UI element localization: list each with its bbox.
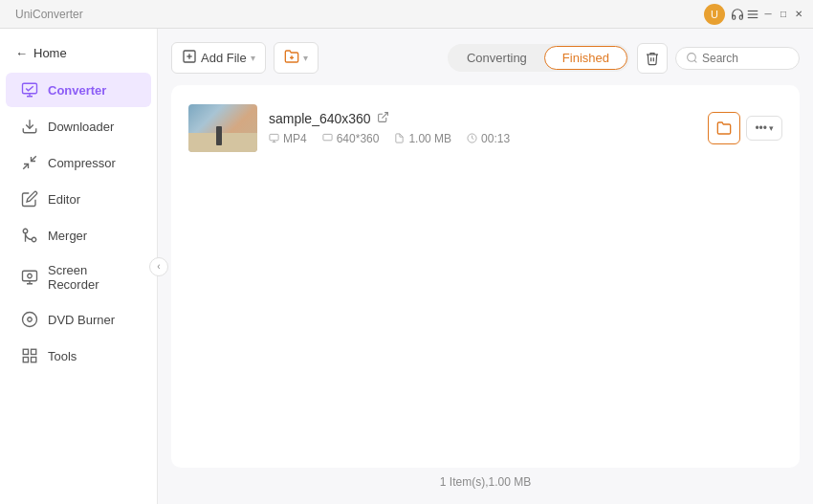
svg-line-23 bbox=[694, 60, 696, 62]
more-actions-button[interactable]: ••• ▾ bbox=[746, 116, 782, 141]
add-file-icon bbox=[182, 49, 197, 67]
sidebar-item-compressor[interactable]: Compressor bbox=[6, 145, 151, 180]
file-actions: ••• ▾ bbox=[708, 112, 782, 144]
search-input[interactable] bbox=[702, 52, 788, 65]
size-icon bbox=[394, 133, 405, 145]
svg-rect-25 bbox=[270, 134, 278, 140]
svg-line-5 bbox=[23, 164, 28, 169]
status-label: 1 Item(s),1.00 MB bbox=[440, 475, 531, 489]
back-arrow-icon: ← bbox=[15, 46, 28, 60]
add-folder-dropdown-icon: ▾ bbox=[303, 53, 308, 63]
merger-icon bbox=[21, 227, 38, 244]
content-area: sample_640x360 MP4 bbox=[171, 85, 800, 468]
svg-rect-13 bbox=[23, 349, 28, 354]
sidebar-item-editor[interactable]: Editor bbox=[6, 182, 151, 216]
svg-rect-16 bbox=[23, 358, 28, 362]
titlebar: UniConverter U ─ □ ✕ bbox=[0, 0, 813, 29]
svg-point-7 bbox=[32, 237, 36, 242]
svg-rect-14 bbox=[32, 349, 36, 354]
duration-icon bbox=[467, 133, 477, 145]
file-format: MP4 bbox=[283, 132, 307, 145]
sidebar-item-tools[interactable]: Tools bbox=[6, 339, 151, 373]
compressor-icon bbox=[21, 154, 38, 171]
file-name-row: sample_640x360 bbox=[269, 111, 696, 126]
tab-area: Converting Finished bbox=[448, 44, 629, 72]
file-item: sample_640x360 MP4 bbox=[181, 95, 790, 162]
add-file-button[interactable]: Add File ▾ bbox=[171, 42, 266, 74]
app-layout: ← Home Converter Downloader bbox=[0, 29, 813, 504]
minimize-button[interactable]: ─ bbox=[761, 8, 775, 21]
sidebar-item-dvd-burner[interactable]: DVD Burner bbox=[6, 302, 151, 337]
svg-point-10 bbox=[28, 274, 33, 278]
file-format-item: MP4 bbox=[269, 132, 307, 145]
file-link-icon[interactable] bbox=[377, 111, 389, 126]
svg-point-8 bbox=[23, 229, 28, 233]
sidebar-collapse-button[interactable]: ‹ bbox=[149, 257, 168, 276]
file-thumbnail bbox=[188, 104, 257, 152]
svg-rect-26 bbox=[323, 134, 332, 140]
dvd-burner-label: DVD Burner bbox=[48, 313, 115, 327]
add-folder-button[interactable]: ▾ bbox=[274, 42, 319, 74]
maximize-button[interactable]: □ bbox=[777, 8, 790, 21]
screen-recorder-label: Screen Recorder bbox=[48, 263, 136, 292]
svg-point-12 bbox=[28, 318, 33, 322]
file-info: sample_640x360 MP4 bbox=[269, 111, 696, 145]
file-name: sample_640x360 bbox=[269, 111, 371, 126]
file-duration: 00:13 bbox=[481, 132, 510, 145]
add-file-label: Add File bbox=[201, 51, 247, 65]
status-bar: 1 Item(s),1.00 MB bbox=[171, 468, 800, 491]
search-box[interactable] bbox=[675, 47, 800, 70]
more-dot-icon: ••• bbox=[755, 121, 767, 135]
search-icon bbox=[686, 52, 698, 64]
tab-converting[interactable]: Converting bbox=[450, 47, 544, 69]
more-chevron-icon: ▾ bbox=[769, 123, 774, 133]
support-icon[interactable] bbox=[731, 8, 744, 21]
file-size: 1.00 MB bbox=[408, 132, 451, 145]
home-label: Home bbox=[33, 46, 67, 60]
file-resolution-item: 640*360 bbox=[322, 132, 380, 145]
main-content: Add File ▾ ▾ Converting Finished bbox=[158, 29, 813, 504]
sidebar-item-merger[interactable]: Merger bbox=[6, 218, 151, 252]
svg-rect-9 bbox=[23, 271, 37, 281]
file-duration-item: 00:13 bbox=[467, 132, 510, 145]
delete-button[interactable] bbox=[637, 43, 668, 74]
toolbar: Add File ▾ ▾ Converting Finished bbox=[171, 42, 800, 74]
compressor-label: Compressor bbox=[48, 156, 116, 170]
tab-finished[interactable]: Finished bbox=[544, 46, 627, 70]
svg-line-6 bbox=[32, 156, 36, 161]
dvd-burner-icon bbox=[21, 311, 38, 328]
downloader-label: Downloader bbox=[48, 120, 114, 134]
add-file-dropdown-icon: ▾ bbox=[251, 53, 255, 63]
screen-recorder-icon bbox=[21, 269, 38, 286]
thumbnail-image bbox=[188, 104, 257, 152]
file-meta: MP4 640*360 1.00 MB bbox=[269, 132, 696, 145]
svg-rect-15 bbox=[32, 358, 36, 362]
svg-line-24 bbox=[382, 113, 387, 119]
downloader-icon bbox=[21, 118, 38, 135]
svg-point-11 bbox=[23, 313, 37, 327]
sidebar-back-home[interactable]: ← Home bbox=[0, 38, 157, 68]
close-button[interactable]: ✕ bbox=[792, 8, 805, 21]
file-resolution: 640*360 bbox=[337, 132, 380, 145]
open-folder-button[interactable] bbox=[708, 112, 740, 144]
tools-icon bbox=[21, 347, 38, 364]
editor-label: Editor bbox=[48, 192, 80, 207]
sidebar-item-converter[interactable]: Converter bbox=[6, 73, 151, 107]
format-icon bbox=[269, 133, 279, 145]
menu-icon[interactable] bbox=[746, 8, 759, 21]
editor-icon bbox=[21, 190, 38, 208]
sidebar: ← Home Converter Downloader bbox=[0, 29, 158, 504]
merger-label: Merger bbox=[48, 229, 87, 243]
file-size-item: 1.00 MB bbox=[394, 132, 451, 145]
tools-label: Tools bbox=[48, 349, 77, 363]
converter-icon bbox=[21, 81, 38, 99]
add-folder-icon bbox=[284, 49, 299, 67]
resolution-icon bbox=[322, 133, 333, 145]
converter-label: Converter bbox=[48, 83, 106, 98]
sidebar-item-screen-recorder[interactable]: Screen Recorder bbox=[6, 254, 151, 300]
svg-point-22 bbox=[688, 54, 696, 62]
profile-icon[interactable]: U bbox=[704, 4, 725, 25]
sidebar-item-downloader[interactable]: Downloader bbox=[6, 109, 151, 143]
